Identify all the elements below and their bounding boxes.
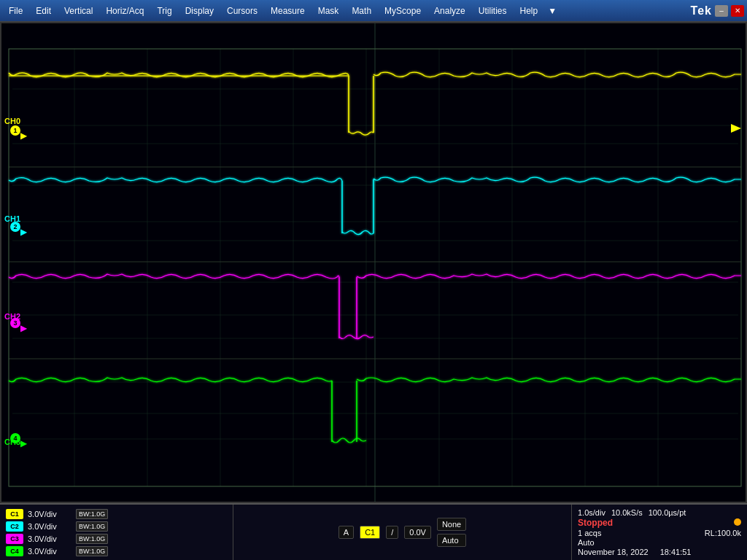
ch4-badge: C4 bbox=[6, 546, 23, 556]
minimize-button[interactable]: – bbox=[715, 5, 728, 17]
menu-utilities[interactable]: Utilities bbox=[473, 4, 513, 18]
ch1-trigger-indicator: 2 bbox=[10, 222, 20, 232]
ch3-bw: BW:1.0G bbox=[76, 534, 108, 544]
menu-myscope[interactable]: MyScope bbox=[379, 4, 427, 18]
menu-file[interactable]: File bbox=[3, 4, 28, 18]
tdiv-value: 1.0s/div bbox=[578, 508, 605, 517]
ch4-settings-row: C4 3.0V/div BW:1.0G bbox=[6, 546, 227, 556]
menu-measure[interactable]: Measure bbox=[265, 4, 311, 18]
acquisition-status: Stopped bbox=[578, 518, 613, 528]
ch3-settings-row: C3 3.0V/div BW:1.0G bbox=[6, 534, 227, 544]
ch2-settings-row: C2 3.0V/div BW:1.0G bbox=[6, 521, 227, 532]
trigger-panel: A C1 / 0.0V None Auto bbox=[233, 505, 572, 560]
ch4-bw: BW:1.0G bbox=[76, 546, 108, 556]
titlebar: File Edit Vertical Horiz/Acq Trig Displa… bbox=[0, 0, 747, 22]
channel-settings-panel: C1 3.0V/div BW:1.0G C2 3.0V/div BW:1.0G … bbox=[0, 505, 233, 560]
menu-cursors[interactable]: Cursors bbox=[221, 4, 263, 18]
auto-label: Auto bbox=[578, 538, 595, 547]
ch2-arrow-right: ▶ bbox=[20, 323, 27, 333]
menu-display[interactable]: Display bbox=[179, 4, 220, 18]
menu-math[interactable]: Math bbox=[346, 4, 377, 18]
tek-brand: Tek bbox=[691, 4, 712, 18]
trigger-mode: A bbox=[338, 526, 354, 539]
ch2-trigger-indicator: 3 bbox=[10, 318, 20, 328]
trigger-slope: / bbox=[386, 526, 398, 539]
time-status-panel: 1.0s/div 10.0kS/s 100.0µs/pt Stopped 1 a… bbox=[572, 505, 747, 560]
ch3-vdiv: 3.0V/div bbox=[28, 534, 71, 543]
ch0-arrow-right: ▶ bbox=[20, 131, 27, 141]
menu-analyze[interactable]: Analyze bbox=[428, 4, 471, 18]
ch2-bw: BW:1.0G bbox=[76, 521, 108, 532]
datetime-row: Auto bbox=[578, 538, 741, 547]
menu-edit[interactable]: Edit bbox=[30, 4, 57, 18]
rl-value: RL:100.0k bbox=[705, 529, 741, 537]
ch2-badge: C2 bbox=[6, 521, 23, 532]
close-button[interactable]: ✕ bbox=[731, 5, 744, 17]
ch1-arrow-right: ▶ bbox=[20, 227, 27, 237]
record-length: 100.0µs/pt bbox=[649, 508, 686, 517]
trigger-auto: Auto bbox=[437, 534, 466, 547]
acqs-count: 1 acqs bbox=[578, 529, 601, 537]
acq-indicator-dot bbox=[734, 518, 741, 526]
oscilloscope-display: CH0 CH1 CH2 CH3 1 2 3 4 ▶ ▶ ▶ ▶ bbox=[0, 22, 747, 503]
ch0-trigger-indicator: 1 bbox=[10, 125, 20, 136]
menu-mask[interactable]: Mask bbox=[312, 4, 345, 18]
sample-rate: 10.0kS/s bbox=[611, 508, 643, 517]
status-row: Stopped bbox=[578, 518, 741, 528]
menu-trig[interactable]: Trig bbox=[151, 4, 177, 18]
timebase-row: 1.0s/div 10.0kS/s 100.0µs/pt bbox=[578, 508, 741, 517]
waveform-canvas bbox=[1, 23, 746, 502]
acqs-row: 1 acqs RL:100.0k bbox=[578, 529, 741, 537]
ch4-vdiv: 3.0V/div bbox=[28, 547, 71, 556]
ch1-vdiv: 3.0V/div bbox=[28, 510, 71, 518]
date-row: November 18, 2022 18:41:51 bbox=[578, 548, 741, 556]
acq-dot bbox=[734, 518, 741, 527]
ch1-settings-row: C1 3.0V/div BW:1.0G bbox=[6, 509, 227, 519]
ch1-bw: BW:1.0G bbox=[76, 509, 108, 519]
ch3-badge: C3 bbox=[6, 534, 23, 544]
menu-bar: File Edit Vertical Horiz/Acq Trig Displa… bbox=[3, 4, 560, 18]
tek-logo: Tek – ✕ bbox=[691, 4, 744, 18]
menu-horizacq[interactable]: Horiz/Acq bbox=[100, 4, 150, 18]
ch0-label: CH0 bbox=[4, 117, 20, 125]
trigger-level: 0.0V bbox=[404, 526, 431, 539]
trigger-coupling: None bbox=[437, 518, 466, 531]
ch1-badge: C1 bbox=[6, 509, 23, 519]
ch3-trigger-indicator: 4 bbox=[10, 433, 20, 443]
ch3-arrow-right: ▶ bbox=[20, 438, 27, 448]
trigger-source: C1 bbox=[360, 526, 380, 539]
menu-help[interactable]: Help bbox=[514, 4, 543, 18]
ch2-vdiv: 3.0V/div bbox=[28, 522, 71, 531]
menu-dropdown[interactable]: ▼ bbox=[545, 4, 560, 18]
status-bar: C1 3.0V/div BW:1.0G C2 3.0V/div BW:1.0G … bbox=[0, 503, 747, 560]
time-value: 18:41:51 bbox=[660, 548, 692, 556]
menu-vertical[interactable]: Vertical bbox=[58, 4, 98, 18]
date-value: November 18, 2022 bbox=[578, 548, 649, 556]
